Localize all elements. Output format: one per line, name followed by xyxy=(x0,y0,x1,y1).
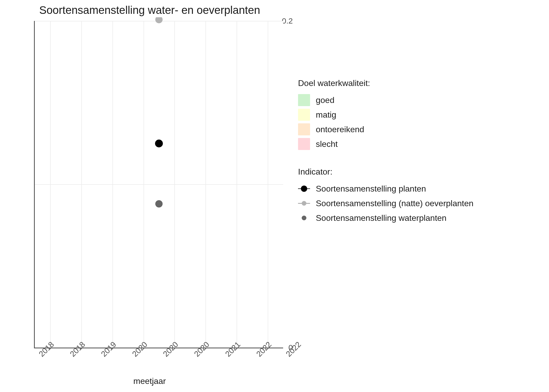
gridline xyxy=(50,21,51,348)
legend-label: Soortensamenstelling (natte) oeverplante… xyxy=(316,199,473,208)
gridline xyxy=(205,21,206,348)
x-tick-label: 2020 xyxy=(161,340,180,359)
gridline xyxy=(81,21,82,348)
legend-label: slecht xyxy=(316,139,338,149)
legend-swatch-goed xyxy=(298,94,310,106)
legend-label: ontoereikend xyxy=(316,125,364,134)
x-tick-label: 2018 xyxy=(68,340,87,359)
data-point-oeverplanten xyxy=(155,16,163,23)
legend: Doel waterkwaliteit: goed matig ontoerei… xyxy=(298,78,473,241)
legend-item: slecht xyxy=(298,137,473,151)
legend-item: matig xyxy=(298,107,473,122)
chart-title: Soortensamenstelling water- en oeverplan… xyxy=(39,4,260,16)
legend-swatch-matig xyxy=(298,109,310,121)
x-axis-label: meetjaar xyxy=(133,376,166,386)
legend-item: Soortensamenstelling waterplanten xyxy=(298,211,473,225)
legend-item: Soortensamenstelling planten xyxy=(298,181,473,196)
x-tick-label: 2019 xyxy=(99,340,118,359)
chart-container: Soortensamenstelling water- en oeverplan… xyxy=(0,0,549,392)
legend-label: Soortensamenstelling waterplanten xyxy=(316,213,447,223)
x-tick-label: 2018 xyxy=(37,340,56,359)
gridline xyxy=(144,21,144,348)
gridline xyxy=(237,21,237,348)
legend-label: Soortensamenstelling planten xyxy=(316,184,426,194)
legend-shape-block: Indicator: Soortensamenstelling planten … xyxy=(298,167,473,225)
x-tick-label: 2020 xyxy=(130,340,149,359)
x-tick-label: 2021 xyxy=(224,340,242,359)
legend-label: matig xyxy=(316,110,336,120)
legend-item: ontoereikend xyxy=(298,122,473,137)
data-point-planten xyxy=(155,140,163,147)
legend-item: Soortensamenstelling (natte) oeverplante… xyxy=(298,196,473,211)
legend-swatch-slecht xyxy=(298,138,310,150)
plot-area: 2018 2018 2019 2020 2020 2020 2021 2022 … xyxy=(34,21,283,348)
legend-fill-title: Doel waterkwaliteit: xyxy=(298,78,473,88)
legend-item: goed xyxy=(298,93,473,107)
gridline xyxy=(268,21,268,348)
gridline xyxy=(35,184,283,185)
legend-label: goed xyxy=(316,95,334,105)
x-tick-label: 2020 xyxy=(192,340,211,359)
legend-key-oeverplanten xyxy=(298,197,310,209)
gridline xyxy=(112,21,113,348)
legend-swatch-ontoereikend xyxy=(298,123,310,135)
legend-fill-block: Doel waterkwaliteit: goed matig ontoerei… xyxy=(298,78,473,151)
legend-shape-title: Indicator: xyxy=(298,167,473,177)
gridline xyxy=(174,21,175,348)
x-tick-label: 2022 xyxy=(284,340,303,359)
legend-key-planten xyxy=(298,183,310,195)
data-point-waterplanten xyxy=(155,200,163,207)
legend-key-waterplanten xyxy=(298,212,310,224)
